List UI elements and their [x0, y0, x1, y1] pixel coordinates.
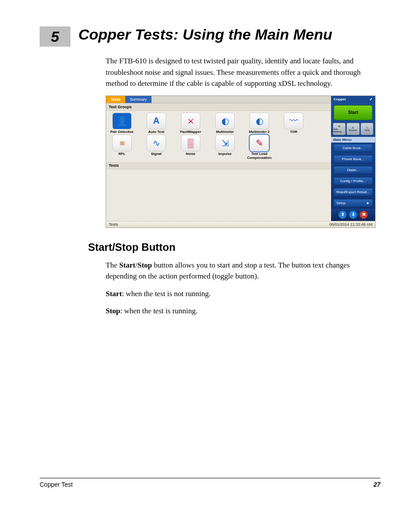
- group-label: Impulse: [212, 152, 238, 156]
- tool-label: Buzzer: [349, 129, 357, 132]
- group-tdr[interactable]: 〰 TDR: [280, 113, 307, 134]
- menu-setup[interactable]: Setup ►: [333, 199, 373, 207]
- tool-label: App. Setting: [333, 128, 345, 133]
- close-button[interactable]: ✖: [360, 211, 368, 219]
- signal-icon: ∿: [147, 135, 166, 151]
- faultmapper-icon: ⨯: [181, 113, 200, 129]
- multimeter2-icon: ◐: [250, 113, 269, 129]
- group-label: Noise: [177, 152, 204, 156]
- group-label: Signal: [143, 152, 169, 156]
- auto-test-icon: A: [147, 113, 166, 129]
- group-label: Test Lead Compensation: [246, 152, 273, 160]
- menu-cable-book[interactable]: Cable Book...: [333, 144, 373, 152]
- status-left: Tests: [109, 222, 118, 227]
- tool-app-setting[interactable]: ⚙ App. Setting: [333, 123, 346, 135]
- menu-dialer[interactable]: Dialer...: [333, 166, 373, 174]
- side-title: Copper: [334, 97, 346, 101]
- app-screenshot: Tests Summary Test Groups 👤 Pair Detecti…: [106, 95, 376, 228]
- group-impulse[interactable]: ⇲ Impulse: [212, 135, 238, 160]
- tool-buzzer[interactable]: 🔊 Buzzer: [346, 123, 359, 135]
- menu-config-profile[interactable]: Config / Profile...: [333, 177, 373, 185]
- noise-icon: ▒: [181, 135, 200, 151]
- chapter-number-badge: 5: [40, 26, 70, 47]
- intro-paragraph: The FTB-610 is designed to test twisted …: [106, 55, 372, 89]
- group-label: Auto Test: [143, 130, 169, 134]
- test-groups-heading: Test Groups: [106, 103, 331, 111]
- start-button[interactable]: Start: [334, 105, 372, 120]
- tool-label: TDR: [364, 129, 369, 132]
- tdr-icon: 〰: [284, 113, 303, 129]
- impulse-icon: ⇲: [215, 135, 235, 151]
- wave-icon: ∿: [366, 126, 368, 129]
- gear-icon: ⚙: [338, 125, 340, 128]
- tests-heading: Tests: [106, 162, 331, 169]
- group-multimeter[interactable]: ◐ Multimeter: [212, 113, 238, 134]
- tab-summary[interactable]: Summary: [125, 96, 152, 103]
- group-faultmapper[interactable]: ⨯ FaultMapper: [177, 113, 204, 134]
- footer-left: Copper Test: [40, 481, 73, 488]
- menu-read-export-result[interactable]: Read/Export Result...: [333, 188, 373, 196]
- group-label: Pair Detective: [109, 130, 135, 134]
- group-label: FaultMapper: [177, 130, 204, 134]
- group-pair-detective[interactable]: 👤 Pair Detective: [109, 113, 135, 134]
- group-signal[interactable]: ∿ Signal: [143, 135, 169, 160]
- group-auto-test[interactable]: A Auto Test: [143, 113, 169, 134]
- main-menu-header: Main Menu: [331, 137, 375, 143]
- section-paragraph-start: Start: when the test is not running.: [106, 288, 372, 300]
- group-label: Multimeter 2: [246, 130, 273, 134]
- pair-detective-icon: 👤: [112, 113, 132, 129]
- group-noise[interactable]: ▒ Noise: [177, 135, 204, 160]
- tab-tests[interactable]: Tests: [106, 96, 125, 103]
- group-label: Multimeter: [212, 130, 238, 134]
- section-paragraph-1: The Start/Stop button allows you to star…: [106, 260, 372, 282]
- speaker-icon: 🔊: [351, 126, 354, 129]
- multimeter-icon: ◐: [215, 113, 235, 129]
- page-number: 27: [373, 481, 380, 488]
- group-multimeter-2[interactable]: ◐ Multimeter 2: [246, 113, 273, 134]
- nav-down-button[interactable]: ⬇: [349, 211, 357, 219]
- rfl-icon: ≋: [112, 135, 132, 151]
- group-test-lead-compensation[interactable]: ✎ Test Lead Compensation: [246, 135, 273, 160]
- menu-phone-book[interactable]: Phone Book...: [333, 155, 373, 163]
- group-label: TDR: [280, 130, 307, 134]
- chevron-right-icon: ►: [366, 201, 370, 205]
- group-rfl[interactable]: ≋ RFL: [109, 135, 135, 160]
- section-heading: Start/Stop Button: [88, 241, 380, 253]
- chapter-title: Copper Tests: Using the Main Menu: [78, 26, 332, 43]
- status-timestamp: 06/01/2014 11:33:48 AM: [329, 222, 372, 227]
- tool-tdr[interactable]: ∿ TDR: [361, 123, 373, 135]
- setup-label: Setup: [336, 201, 346, 205]
- expand-icon[interactable]: ⤢: [369, 97, 372, 101]
- section-paragraph-stop: Stop: when the test is running.: [106, 305, 372, 317]
- test-lead-comp-icon: ✎: [250, 135, 269, 151]
- group-label: RFL: [109, 152, 135, 156]
- nav-up-button[interactable]: ⬆: [339, 211, 346, 219]
- tests-area: [106, 169, 331, 221]
